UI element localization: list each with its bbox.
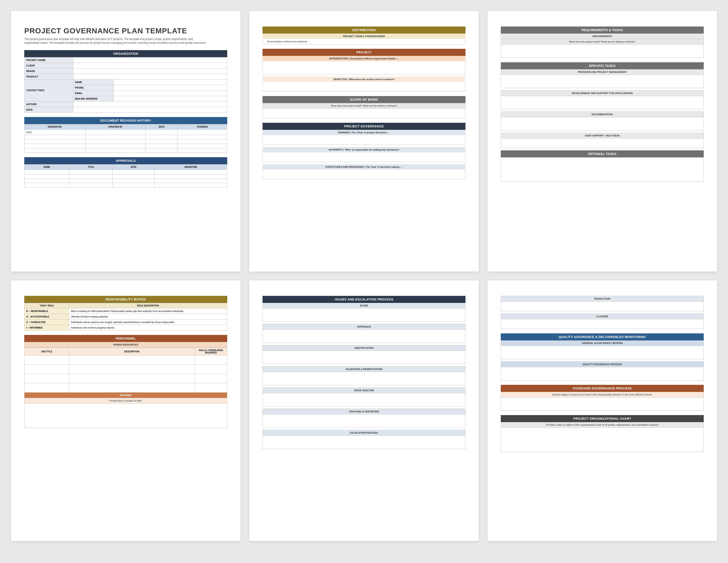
gov-authority: AUTHORITY | 'Who' is responsible for mak… bbox=[263, 147, 465, 152]
std-gov-note: Include diagram of process to result in … bbox=[501, 392, 704, 398]
issues-identification: IDENTIFICATION bbox=[263, 345, 465, 351]
field-brand: BRAND bbox=[24, 68, 73, 74]
qa-process-content bbox=[501, 367, 704, 381]
issues-scope-content bbox=[263, 309, 465, 322]
org-chart-note: Provide a chart or outline of the organi… bbox=[501, 422, 704, 428]
req-content bbox=[501, 45, 704, 58]
task1-content bbox=[501, 75, 704, 88]
req-note: What does the project entail? What are t… bbox=[501, 39, 704, 45]
page-2: DISTRIBUTION PROJECT TEAM & STAKEHOLDERS… bbox=[249, 11, 479, 271]
resolution-content bbox=[501, 302, 704, 311]
gov-domains-content bbox=[263, 135, 465, 145]
distribution-header: DISTRIBUTION bbox=[263, 26, 465, 34]
objective-label: OBJECTIVE | What does the project work t… bbox=[263, 77, 465, 82]
doc-subtitle: This project governance plan template wi… bbox=[24, 37, 207, 45]
scope-header: SCOPE OF WORK bbox=[263, 96, 465, 103]
appr-col-date: DATE bbox=[113, 164, 154, 169]
objective-content bbox=[263, 82, 465, 92]
qa-criteria-content bbox=[501, 346, 704, 359]
req-sub: REQUIREMENTS bbox=[501, 34, 704, 39]
distribution-note: Dissemination method and recipients. bbox=[263, 39, 465, 44]
role-responsible-desc: Who is working to fulfill deliverables? … bbox=[69, 309, 227, 314]
qa-criteria: GENERAL ACCEPTANCE CRITERIA bbox=[501, 341, 704, 346]
closure-content bbox=[501, 319, 704, 329]
page-6: RESOLUTION CLOSURE QUALITY ASSURANCE & D… bbox=[488, 280, 717, 541]
personnel-sub: HUMAN RESOURCES bbox=[24, 342, 227, 348]
intro-label: INTRODUCTION | Description without requi… bbox=[263, 56, 465, 61]
governance-header: PROJECT GOVERNANCE bbox=[263, 123, 465, 130]
approvals-table: NAME TITLE DATE SIGNATURE bbox=[24, 164, 227, 187]
issues-analysis: ISSUE ANALYSIS bbox=[263, 388, 465, 393]
closure-label: CLOSURE bbox=[501, 314, 704, 319]
page-4: RESPONSIBILITY MATRIX "RACI" ROLE ROLE D… bbox=[11, 280, 240, 541]
task3-content bbox=[501, 117, 704, 130]
resumes-note: Provide link or location to files: bbox=[24, 398, 227, 404]
pers-col-desc: DESCRIPTION bbox=[69, 348, 195, 356]
issues-scope: SCOPE bbox=[263, 303, 465, 309]
issues-header: ISSUES AND ESCALATION PROCESS bbox=[263, 296, 465, 303]
revision-table: VERSION NO. UPDATED BY DATE CHANGES 0.0.… bbox=[24, 124, 227, 153]
distribution-sub: PROJECT TEAM & STAKEHOLDERS bbox=[263, 34, 465, 39]
responsibility-table: "RACI" ROLE ROLE DESCRIPTION R – RESPONS… bbox=[24, 303, 227, 331]
std-gov-content bbox=[501, 398, 704, 411]
field-project-name: PROJECT NAME bbox=[24, 57, 73, 63]
rev-row-value: 0.0.0 bbox=[24, 129, 86, 135]
appr-col-title: TITLE bbox=[69, 164, 113, 169]
project-header: PROJECT bbox=[263, 49, 465, 56]
issues-analysis-content bbox=[263, 393, 465, 407]
issues-tracking-content bbox=[263, 415, 465, 428]
field-ci-name: NAME bbox=[73, 79, 114, 85]
gov-structures: STRUCTURES AND PROCESSES | The 'how' of … bbox=[263, 164, 465, 169]
personnel-table: JOB TITLE DESCRIPTION SKILLS / KNOWLEDGE… bbox=[24, 348, 227, 393]
optional-tasks-header: OPTIONAL TASKS bbox=[501, 150, 704, 157]
personnel-header: PERSONNEL bbox=[24, 335, 227, 342]
organization-table: PROJECT NAME CLIENT BRAND PRODUCT CONTAC… bbox=[24, 57, 227, 113]
task-program-mgmt: PROGRAM AND PROJECT MANAGEMENT bbox=[501, 69, 704, 75]
field-date: DATE bbox=[24, 107, 73, 112]
gov-authority-content bbox=[263, 152, 465, 162]
issues-tracking: TRACKING & REPORTING bbox=[263, 409, 465, 415]
resp-col-role: "RACI" ROLE bbox=[24, 303, 69, 309]
field-product: PRODUCT bbox=[24, 74, 73, 79]
task2-content bbox=[501, 96, 704, 109]
task-dev-support: DEVELOPMENT AND SUPPORT FOR APPLICATIONS bbox=[501, 90, 704, 96]
approvals-header: APPROVALS bbox=[24, 157, 227, 164]
org-chart-header: PROJECT ORGANIZATIONAL CHART bbox=[501, 415, 704, 422]
specific-tasks-header: SPECIFIC TASKS bbox=[501, 62, 704, 69]
resumes-header: RESUMES bbox=[24, 393, 227, 398]
issues-validation: VALIDATION & PRIORITIZATION bbox=[263, 366, 465, 372]
req-tasks-header: REQUIREMENTS & TASKS bbox=[501, 26, 704, 34]
role-informed: I – INFORMED bbox=[24, 325, 69, 331]
resp-col-desc: ROLE DESCRIPTION bbox=[69, 303, 227, 309]
task4-content bbox=[501, 138, 704, 148]
appr-col-signature: SIGNATURE bbox=[154, 164, 227, 169]
field-client: CLIENT bbox=[24, 63, 73, 68]
page-3: REQUIREMENTS & TASKS REQUIREMENTS What d… bbox=[488, 11, 717, 271]
field-ci-phone: PHONE bbox=[73, 85, 114, 90]
rev-col-date: DATE bbox=[145, 124, 178, 129]
role-consulted-desc: Individuals whose opinions are sought, t… bbox=[69, 320, 227, 325]
intro-content bbox=[263, 61, 465, 74]
scope-content bbox=[263, 109, 465, 118]
issues-approach-content bbox=[263, 330, 465, 343]
doc-title: PROJECT GOVERNANCE PLAN TEMPLATE bbox=[24, 26, 227, 35]
field-ci-mail: MAILING ADDRESS bbox=[73, 96, 114, 101]
resumes-content bbox=[24, 404, 227, 428]
optional-tasks-content bbox=[501, 157, 704, 182]
gov-domains: DOMAINS | The 'what' of project decision… bbox=[263, 130, 465, 135]
page-1: PROJECT GOVERNANCE PLAN TEMPLATE This pr… bbox=[11, 11, 240, 271]
role-consulted: C – CONSULTED bbox=[24, 320, 69, 325]
role-accountable-desc: Ultimate decision-making authority. bbox=[69, 314, 227, 320]
std-gov-header: STANDARD GOVERNANCE PROCESS bbox=[501, 385, 704, 392]
issues-approach: APPROACH bbox=[263, 324, 465, 330]
issues-validation-content bbox=[263, 372, 465, 385]
task-documentation: DOCUMENTATION bbox=[501, 111, 704, 117]
rev-col-changes: CHANGES bbox=[178, 124, 227, 129]
rev-col-version: VERSION NO. bbox=[24, 124, 86, 129]
resolution-label: RESOLUTION bbox=[501, 296, 704, 302]
field-contact-info: CONTACT INFO bbox=[24, 79, 73, 101]
page-5: ISSUES AND ESCALATION PROCESS SCOPE APPR… bbox=[249, 280, 479, 541]
rev-col-updatedby: UPDATED BY bbox=[85, 124, 145, 129]
organization-header: ORGANIZATION bbox=[24, 50, 227, 57]
pers-col-skills: SKILLS / KNOWLEDGE REQUIRED bbox=[195, 348, 227, 356]
